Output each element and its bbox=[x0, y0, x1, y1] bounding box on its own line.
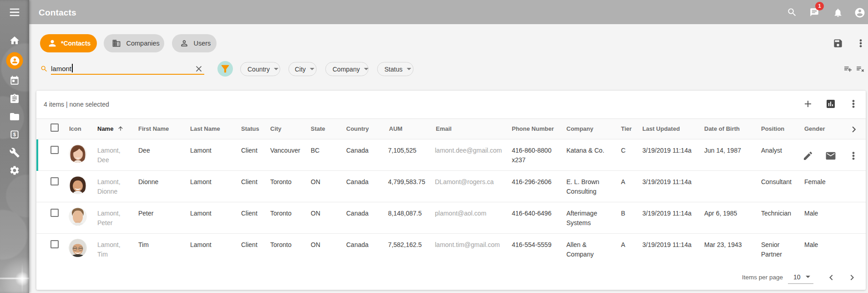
svg-text:$: $ bbox=[13, 132, 16, 137]
